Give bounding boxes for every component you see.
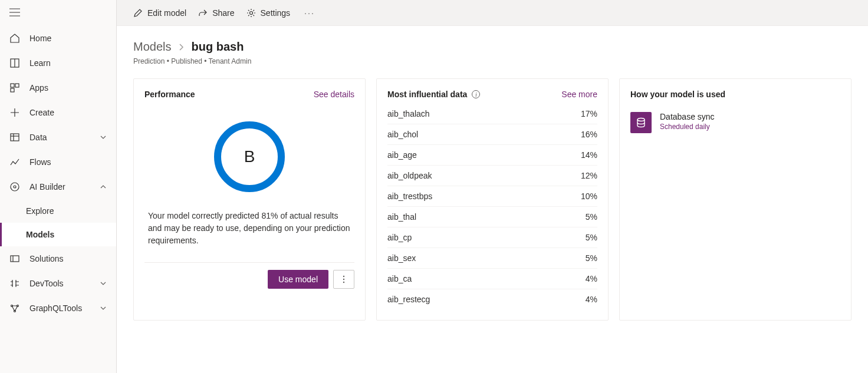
performance-description: Your model correctly predicted 81% of ac… [144,210,354,247]
influential-row: aib_oldpeak12% [387,166,597,186]
see-more-link[interactable]: See more [561,90,597,99]
sidebar-subitem-label: Explore [26,206,54,216]
influential-row: aib_restecg4% [387,289,597,309]
sidebar-item-home[interactable]: Home [0,26,116,51]
svg-point-19 [637,118,645,121]
breadcrumb: Models bug bash [133,40,851,54]
sidebar: Home Learn Apps Create Data Flows [0,0,117,373]
command-label: Share [212,8,234,18]
performance-title: Performance [144,90,195,99]
svg-point-15 [249,11,252,14]
sidebar-item-label: Apps [29,83,48,93]
usage-card: How your model is used Database sync Sch… [619,78,851,321]
sidebar-item-label: GraphQLTools [29,303,82,313]
info-icon[interactable]: i [472,90,480,98]
command-label: Edit model [147,8,186,18]
svg-rect-4 [11,88,14,92]
influential-data-card: Most influential data i See more aib_tha… [376,78,609,321]
usage-item-subtitle: Scheduled daily [660,123,715,131]
apps-icon [9,82,20,93]
settings-button[interactable]: Settings [246,8,291,18]
influential-list: aib_thalach17% aib_chol16% aib_age14% ai… [387,104,597,309]
svg-point-18 [343,282,344,283]
model-meta: Prediction • Published • Tenant Admin [133,57,851,65]
devtools-icon [9,278,20,289]
svg-point-17 [343,279,344,280]
sidebar-subitem-label: Models [26,230,54,239]
see-details-link[interactable]: See details [314,90,354,99]
sidebar-item-label: Flows [29,157,51,167]
home-icon [9,33,20,44]
svg-rect-3 [15,84,19,87]
performance-grade-ring: B [214,121,285,192]
sidebar-item-ai-builder[interactable]: AI Builder [0,174,116,199]
chevron-right-icon [178,40,184,54]
command-label: Settings [261,8,291,18]
sidebar-item-label: Home [29,34,51,43]
plus-icon [9,107,20,118]
performance-card: Performance See details B Your model cor… [133,78,366,321]
sidebar-item-data[interactable]: Data [0,125,116,150]
sidebar-item-apps[interactable]: Apps [0,75,116,100]
usage-title: How your model is used [630,90,725,99]
sidebar-subitem-explore[interactable]: Explore [0,199,116,223]
svg-point-16 [343,276,344,277]
chevron-down-icon [100,134,107,141]
usage-item-title: Database sync [660,112,715,121]
influential-row: aib_sex5% [387,248,597,269]
use-model-more-button[interactable] [333,270,354,289]
sidebar-item-learn[interactable]: Learn [0,51,116,75]
influential-title: Most influential data [387,90,467,99]
sidebar-subitem-models[interactable]: Models [0,223,116,246]
svg-point-8 [11,183,19,191]
chevron-up-icon [100,183,107,190]
more-commands-button[interactable]: ··· [302,8,317,18]
sidebar-item-label: Learn [29,58,51,68]
influential-row: aib_age14% [387,145,597,166]
cards-row: Performance See details B Your model cor… [133,78,851,321]
usage-item[interactable]: Database sync Scheduled daily [630,112,840,133]
chevron-down-icon [100,280,107,287]
influential-row: aib_chol16% [387,124,597,145]
pencil-icon [133,8,143,18]
influential-row: aib_cp5% [387,227,597,248]
sidebar-item-solutions[interactable]: Solutions [0,246,116,271]
influential-row: aib_trestbps10% [387,186,597,207]
svg-rect-10 [11,256,19,262]
command-bar: Edit model Share Settings ··· [117,0,868,26]
edit-model-button[interactable]: Edit model [133,8,186,18]
share-button[interactable]: Share [198,8,234,18]
hamburger-menu-button[interactable] [0,2,116,26]
sidebar-item-create[interactable]: Create [0,100,116,125]
influential-row: aib_thalach17% [387,104,597,124]
sidebar-item-flows[interactable]: Flows [0,150,116,174]
main: Edit model Share Settings ··· Models bug… [117,0,868,373]
flows-icon [9,157,20,167]
svg-point-9 [14,186,16,188]
book-icon [9,58,20,68]
ai-builder-icon [9,181,20,192]
data-icon [9,132,20,143]
sidebar-item-label: AI Builder [29,182,65,192]
use-model-button[interactable]: Use model [268,270,328,289]
sidebar-item-label: Solutions [29,254,64,263]
sidebar-item-label: Create [29,108,54,117]
svg-rect-2 [11,84,14,87]
gear-icon [246,8,256,18]
influential-row: aib_thal5% [387,207,597,227]
share-icon [198,8,208,18]
database-icon [630,112,652,133]
performance-grade: B [244,147,255,166]
graphql-icon [9,303,20,313]
svg-rect-5 [11,134,19,141]
breadcrumb-parent[interactable]: Models [133,40,171,54]
sidebar-item-label: Data [29,133,47,142]
sidebar-item-label: DevTools [29,279,64,288]
sidebar-item-devtools[interactable]: DevTools [0,271,116,296]
breadcrumb-current: bug bash [191,40,244,54]
content: Models bug bash Prediction • Published •… [117,26,868,373]
chevron-down-icon [100,305,107,312]
sidebar-item-graphqltools[interactable]: GraphQLTools [0,296,116,321]
solutions-icon [9,253,20,264]
influential-row: aib_ca4% [387,269,597,289]
